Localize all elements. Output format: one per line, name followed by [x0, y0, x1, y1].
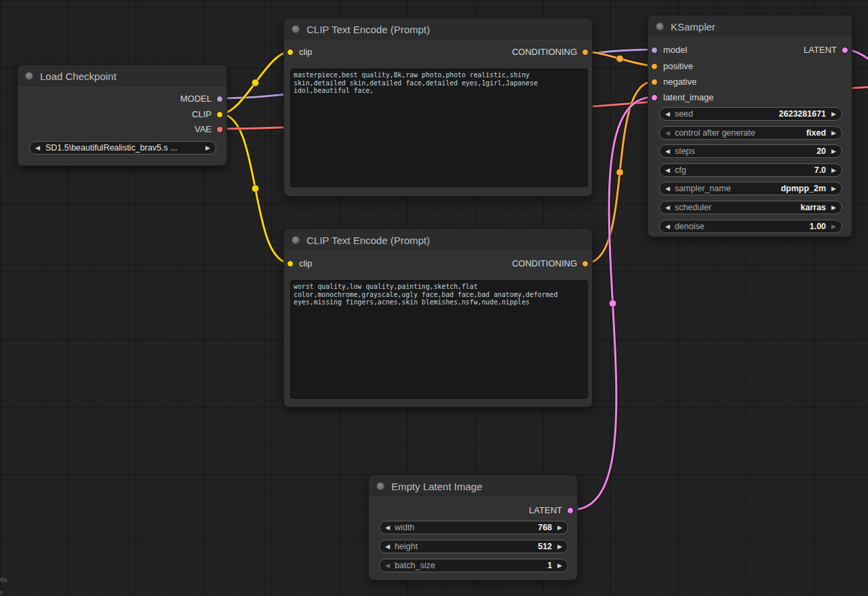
node-title: CLIP Text Encode (Prompt) — [307, 24, 430, 35]
port-label: CONDITIONING — [512, 259, 577, 269]
seed-widget[interactable]: ◀ seed 2623281671 ▶ — [659, 107, 842, 121]
collapse-dot-icon[interactable] — [376, 482, 384, 490]
collapse-dot-icon[interactable] — [25, 72, 33, 80]
node-titlebar[interactable]: KSampler — [648, 16, 852, 38]
decrement-icon[interactable]: ◀ — [665, 167, 670, 174]
next-value-icon[interactable]: ▶ — [831, 186, 836, 192]
port-label: CLIP — [192, 110, 212, 119]
positive-input-port[interactable] — [651, 63, 658, 70]
port-label: MODEL — [180, 94, 212, 104]
port-label: latent_image — [663, 93, 713, 102]
increment-icon[interactable]: ▶ — [831, 148, 836, 155]
link-clip-positive-midpoint-dot[interactable] — [252, 79, 258, 86]
node-ksampler[interactable]: KSampler model LATENT positive negative … — [648, 15, 852, 237]
decrement-icon[interactable]: ◀ — [665, 111, 670, 117]
vae-output-port[interactable] — [216, 126, 223, 133]
link-clip-negative-midpoint-dot[interactable] — [252, 185, 258, 192]
model-input-port[interactable] — [651, 47, 658, 54]
graph-canvas[interactable]: Load Checkpoint MODEL CLIP VAE ◀ SD1.5\b… — [0, 0, 868, 596]
input-row-model: model LATENT — [648, 45, 852, 55]
port-label: clip — [299, 47, 313, 57]
link-cond-positive-midpoint-dot[interactable] — [616, 55, 623, 62]
port-label: LATENT — [529, 506, 562, 515]
increment-icon[interactable]: ▶ — [831, 111, 836, 117]
steps-widget[interactable]: ◀ steps 20 ▶ — [659, 144, 842, 158]
output-row-clip: CLIP — [18, 110, 226, 119]
link-latent-to-sampler-midpoint-dot[interactable] — [609, 300, 616, 306]
increment-icon[interactable]: ▶ — [557, 563, 562, 569]
node-title: CLIP Text Encode (Prompt) — [307, 235, 430, 246]
next-value-icon[interactable]: ▶ — [831, 205, 836, 211]
positive-prompt-textarea[interactable]: masterpiece,best quality,8k,raw photo,ph… — [290, 68, 588, 187]
latent-image-input-port[interactable] — [651, 94, 658, 101]
clip-output-port[interactable] — [216, 111, 223, 118]
port-label: CONDITIONING — [512, 47, 577, 57]
port-label: model — [663, 45, 687, 55]
prev-value-icon[interactable]: ◀ — [665, 186, 670, 192]
canvas-status-text: m — [0, 589, 3, 596]
height-widget[interactable]: ◀ height 512 ▶ — [379, 540, 568, 553]
node-title: KSampler — [671, 21, 715, 33]
clip-input-port[interactable] — [287, 49, 294, 56]
next-value-icon[interactable]: ▶ — [831, 130, 836, 136]
io-row: clip CONDITIONING — [284, 47, 592, 57]
node-load-checkpoint[interactable]: Load Checkpoint MODEL CLIP VAE ◀ SD1.5\b… — [17, 64, 227, 166]
ckpt-name-combo[interactable]: ◀ SD1.5\beautifulRealistic_brav5.s ... ▶ — [29, 141, 216, 155]
port-label: positive — [663, 62, 693, 71]
prev-value-icon[interactable]: ◀ — [35, 145, 40, 151]
collapse-dot-icon[interactable] — [656, 22, 664, 31]
prev-value-icon[interactable]: ◀ — [665, 205, 670, 211]
port-label: VAE — [195, 125, 212, 134]
input-row-latent-image: latent_image — [648, 93, 852, 102]
port-label: clip — [299, 259, 313, 269]
prev-value-icon[interactable]: ◀ — [665, 130, 670, 136]
node-clip-text-encode-positive[interactable]: CLIP Text Encode (Prompt) clip CONDITION… — [283, 18, 593, 197]
port-label: negative — [663, 77, 696, 87]
node-empty-latent-image[interactable]: Empty Latent Image LATENT ◀ width 768 ▶ … — [368, 475, 578, 580]
width-widget[interactable]: ◀ width 768 ▶ — [379, 521, 568, 534]
negative-input-port[interactable] — [651, 79, 658, 85]
node-clip-text-encode-negative[interactable]: CLIP Text Encode (Prompt) clip CONDITION… — [283, 229, 593, 408]
collapse-dot-icon[interactable] — [292, 236, 300, 244]
decrement-icon[interactable]: ◀ — [665, 224, 670, 230]
increment-icon[interactable]: ▶ — [557, 525, 562, 531]
output-row-model: MODEL — [18, 94, 226, 104]
decrement-icon[interactable]: ◀ — [385, 544, 390, 550]
scheduler-widget[interactable]: ◀ scheduler karras ▶ — [659, 201, 842, 214]
node-titlebar[interactable]: CLIP Text Encode (Prompt) — [284, 18, 592, 41]
denoise-widget[interactable]: ◀ denoise 1.00 ▶ — [659, 220, 842, 233]
canvas-status-text: 00s — [0, 576, 7, 583]
node-title: Empty Latent Image — [391, 481, 482, 492]
clip-input-port[interactable] — [287, 260, 294, 267]
control-after-generate-widget[interactable]: ◀ control after generate fixed ▶ — [659, 126, 842, 140]
latent-output-port[interactable] — [567, 507, 574, 514]
node-title: Load Checkpoint — [40, 71, 117, 82]
increment-icon[interactable]: ▶ — [831, 224, 836, 230]
decrement-icon[interactable]: ◀ — [385, 525, 390, 531]
latent-output-port[interactable] — [842, 47, 848, 54]
negative-prompt-textarea[interactable]: worst quality,low quality,painting,sketc… — [290, 280, 588, 399]
increment-icon[interactable]: ▶ — [557, 544, 562, 550]
node-titlebar[interactable]: Empty Latent Image — [369, 475, 577, 498]
collapse-dot-icon[interactable] — [292, 25, 300, 33]
decrement-icon[interactable]: ◀ — [665, 148, 670, 155]
cfg-widget[interactable]: ◀ cfg 7.0 ▶ — [659, 163, 842, 177]
model-output-port[interactable] — [216, 96, 223, 102]
link-cond-negative-midpoint-dot[interactable] — [616, 169, 623, 176]
io-row: clip CONDITIONING — [284, 259, 592, 269]
decrement-icon[interactable]: ◀ — [385, 563, 390, 569]
node-titlebar[interactable]: CLIP Text Encode (Prompt) — [284, 229, 592, 252]
conditioning-output-port[interactable] — [582, 260, 589, 267]
conditioning-output-port[interactable] — [582, 49, 589, 56]
increment-icon[interactable]: ▶ — [831, 167, 836, 174]
batch-size-widget[interactable]: ◀ batch_size 1 ▶ — [379, 559, 568, 572]
input-row-negative: negative — [648, 77, 852, 87]
ckpt-name-value: SD1.5\beautifulRealistic_brav5.s ... — [45, 143, 178, 153]
sampler-name-widget[interactable]: ◀ sampler_name dpmpp_2m ▶ — [659, 182, 842, 195]
port-label: LATENT — [804, 45, 837, 55]
node-titlebar[interactable]: Load Checkpoint — [18, 65, 226, 87]
input-row-positive: positive — [648, 62, 852, 71]
next-value-icon[interactable]: ▶ — [205, 145, 210, 151]
output-row-vae: VAE — [18, 125, 226, 134]
output-row-latent: LATENT — [369, 506, 577, 515]
